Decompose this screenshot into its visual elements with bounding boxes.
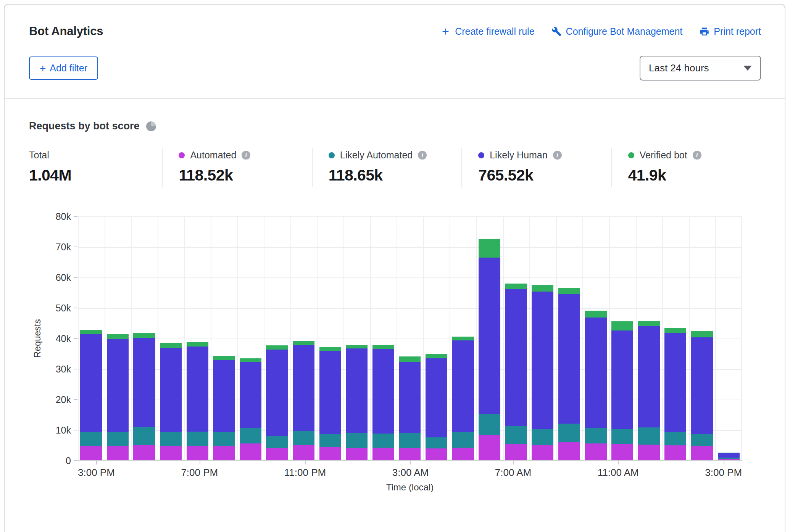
bar-segment-verified-bot [187,342,208,347]
bar-segment-likely-human [372,349,394,434]
info-icon[interactable]: i [242,151,250,160]
stat-total-label: Total [29,150,49,161]
x-tick-slot [262,461,284,480]
time-range-value: Last 24 hours [649,62,709,74]
x-tick-slot [451,461,473,480]
bar-group-600am[interactable] [479,216,500,460]
bar-group-100pm[interactable] [664,216,686,460]
bar-slot [317,216,343,460]
bar-segment-likely-human [107,339,129,432]
stat-total-value: 1.04M [29,166,162,184]
bar-segment-likely-automated [691,434,713,446]
x-tick-slot: 3:00 PM [78,461,115,480]
bar-group-600pm[interactable] [160,216,182,460]
bar-group-300pm[interactable] [80,216,102,460]
y-tick-label: 40k [56,333,71,344]
x-tick-slot: 3:00 AM [392,461,429,480]
bar-group-1200pm[interactable] [638,216,660,460]
x-tick-slot [326,461,348,480]
add-filter-button[interactable]: + Add filter [29,56,98,80]
bar-segment-likely-human [319,351,341,434]
bar-segment-likely-automated [558,424,580,442]
bar-segment-likely-automated [664,432,686,445]
x-tick-slot [473,461,495,480]
bar-segment-likely-human [213,360,235,432]
bar-group-300am[interactable] [399,216,421,460]
bar-segment-automated [532,445,553,460]
x-tick-slot [639,461,661,480]
time-range-select[interactable]: Last 24 hours [640,56,761,81]
bar-group-1000pm[interactable] [266,216,288,460]
bar-group-500am[interactable] [452,216,474,460]
bar-group-200am[interactable] [372,216,394,460]
bar-segment-likely-human [691,337,713,434]
bar-group-1100am[interactable] [611,216,633,460]
info-icon[interactable]: i [553,151,562,160]
bar-group-800am[interactable] [532,216,553,460]
bar-segment-likely-human [479,258,500,414]
bar-segment-verified-bot [319,347,341,351]
x-tick-label: 7:00 AM [495,467,531,479]
bar-segment-automated [664,445,686,460]
bar-segment-verified-bot [452,337,474,340]
bar-segment-verified-bot [213,356,235,360]
bar-segment-likely-human [160,348,182,432]
bar-segment-likely-human [664,333,686,432]
info-icon[interactable]: i [693,151,701,160]
likely-automated-legend-dot [329,152,335,158]
x-axis-title: Time (local) [78,482,742,493]
bar-segment-verified-bot [107,334,129,339]
bar-segment-likely-human [585,318,607,428]
plot-area [78,216,742,461]
y-axis-ticks [73,209,78,461]
x-tick-slot [159,461,181,480]
bar-group-1100pm[interactable] [293,216,314,460]
bar-slot [689,216,716,460]
bar-slot [609,216,636,460]
x-tick-label: 11:00 PM [284,467,326,479]
bar-group-1000am[interactable] [585,216,607,460]
create-firewall-rule-label: Create firewall rule [455,26,534,37]
bar-segment-likely-automated [213,432,235,446]
x-axis-tick-labels: 3:00 PM7:00 PM11:00 PM3:00 AM7:00 AM11:0… [78,461,742,480]
bar-segment-likely-automated [426,437,447,448]
bar-group-200pm[interactable] [691,216,713,460]
bar-segment-verified-bot [479,239,500,258]
bar-group-700pm[interactable] [187,216,208,460]
configure-bot-management-link[interactable]: Configure Bot Management [551,26,683,37]
bar-segment-likely-automated [187,432,208,446]
automated-legend-dot [179,152,185,158]
bar-segment-automated [160,446,182,460]
bar-group-900am[interactable] [558,216,580,460]
stat-likely-human-value: 765.52k [478,166,611,184]
bar-group-400am[interactable] [426,216,447,460]
x-tick-slot [370,461,392,480]
x-tick-slot [429,461,451,480]
bar-group-700am[interactable] [505,216,527,460]
bar-group-800pm[interactable] [213,216,235,460]
bar-segment-likely-human [611,330,633,429]
bar-group-100am[interactable] [346,216,368,460]
bar-segment-automated [372,448,394,460]
bar-group-500pm[interactable] [133,216,155,460]
y-tick-label: 70k [56,242,71,253]
bar-group-900pm[interactable] [240,216,261,460]
bar-segment-automated [479,435,500,460]
bar-segment-likely-human [266,350,288,436]
info-icon[interactable]: i [418,151,427,160]
create-firewall-rule-link[interactable]: Create firewall rule [440,26,534,37]
x-tick-label: 7:00 PM [181,467,218,479]
bar-segment-likely-automated [266,436,288,448]
bar-group-400pm[interactable] [107,216,129,460]
y-axis-tick-labels: 80k70k60k50k40k30k20k10k0 [46,209,73,461]
print-report-link[interactable]: Print report [699,26,761,37]
x-tick-slot [218,461,240,480]
bar-slot [503,216,530,460]
bar-group-300pm[interactable] [718,216,740,460]
bar-segment-verified-bot [399,356,421,362]
bar-group-1200am[interactable] [319,216,341,460]
bar-segment-automated [133,445,155,460]
x-tick-slot: 11:00 AM [598,461,639,480]
main-content: Requests by bot score Total 1.04M Automa… [5,99,785,493]
x-tick-label: 3:00 PM [705,467,742,479]
